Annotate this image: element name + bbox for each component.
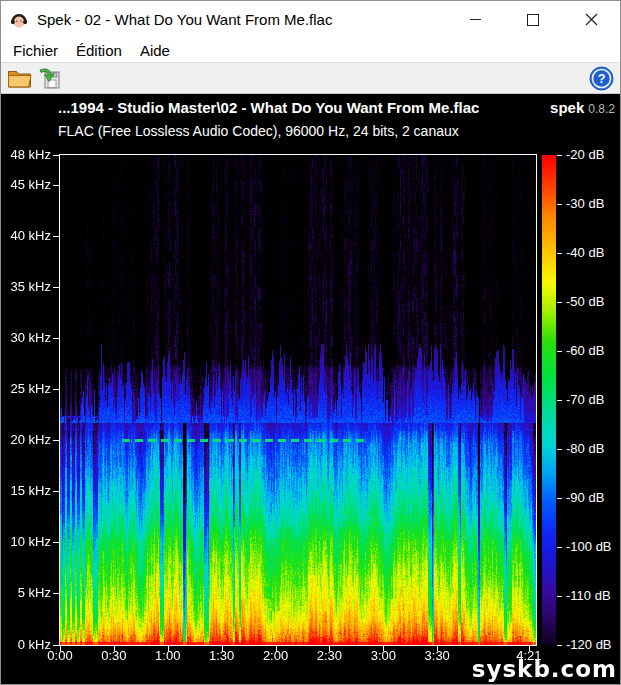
y-tick <box>53 389 59 390</box>
y-tick-label: 40 kHz <box>1 228 51 244</box>
y-tick-label: 20 kHz <box>1 432 51 448</box>
y-tick <box>53 338 59 339</box>
y-tick-label: 45 kHz <box>1 177 51 193</box>
save-icon <box>38 67 62 90</box>
legend-tick-label: -110 dB <box>566 588 611 604</box>
y-tick <box>53 440 59 441</box>
legend-tick-label: -80 dB <box>566 441 604 457</box>
legend-tick-label: -60 dB <box>566 343 604 359</box>
y-tick <box>53 491 59 492</box>
help-button[interactable]: ? <box>586 64 616 92</box>
x-tick-label: 3:00 <box>356 648 410 664</box>
x-tick-label: 1:30 <box>195 648 249 664</box>
spectrogram-canvas <box>60 155 536 645</box>
legend-tick <box>557 204 562 205</box>
caption-buttons <box>446 1 620 38</box>
y-tick-label: 35 kHz <box>1 279 51 295</box>
legend-tick-label: -90 dB <box>566 490 604 506</box>
open-folder-icon <box>7 67 33 89</box>
legend-tick <box>557 645 562 646</box>
maximize-icon <box>527 14 539 26</box>
spek-app-icon <box>10 11 28 29</box>
x-tick-label: 1:00 <box>141 648 195 664</box>
y-tick <box>53 645 59 646</box>
x-tick-label: 0:00 <box>33 648 87 664</box>
legend-tick-label: -20 dB <box>566 147 604 163</box>
menu-bar: Fichier Édition Aide <box>1 38 620 62</box>
spectrogram-plot <box>59 154 537 646</box>
legend-tick <box>557 253 562 254</box>
maximize-button[interactable] <box>504 1 562 38</box>
audio-info: FLAC (Free Lossless Audio Codec), 96000 … <box>58 123 459 139</box>
close-icon <box>585 13 598 26</box>
legend-tick <box>557 351 562 352</box>
y-tick-label: 15 kHz <box>1 483 51 499</box>
x-tick-label: 3:30 <box>410 648 464 664</box>
toolbar: ? <box>1 62 620 94</box>
close-button[interactable] <box>562 1 620 38</box>
spec-header: ...1994 - Studio Master\02 - What Do You… <box>58 99 615 117</box>
minimize-button[interactable] <box>446 1 504 38</box>
help-icon: ? <box>589 66 614 91</box>
x-tick-label: 2:00 <box>249 648 303 664</box>
y-tick-label: 48 kHz <box>1 147 51 163</box>
brand-wrap: spek0.8.2 <box>540 99 615 117</box>
y-tick-label: 10 kHz <box>1 534 51 550</box>
legend-tick-label: -40 dB <box>566 245 604 261</box>
y-tick <box>53 185 59 186</box>
legend-tick <box>557 155 562 156</box>
legend-tick <box>557 547 562 548</box>
legend-tick-label: -30 dB <box>566 196 604 212</box>
minimize-icon <box>470 19 481 20</box>
legend-tick <box>557 400 562 401</box>
legend-tick <box>557 596 562 597</box>
legend-tick-label: -120 dB <box>566 637 612 653</box>
y-tick <box>53 155 59 156</box>
file-title: ...1994 - Studio Master\02 - What Do You… <box>58 99 479 116</box>
y-tick <box>53 236 59 237</box>
watermark: syskb.com <box>472 656 617 682</box>
brand-version: 0.8.2 <box>588 102 615 116</box>
menu-fichier[interactable]: Fichier <box>4 40 67 61</box>
menu-edition[interactable]: Édition <box>67 40 131 61</box>
legend-gradient-bar <box>542 155 556 645</box>
y-tick-label: 30 kHz <box>1 330 51 346</box>
window-titlebar[interactable]: Spek - 02 - What Do You Want From Me.fla… <box>1 1 620 38</box>
y-tick-label: 5 kHz <box>1 585 51 601</box>
y-tick <box>53 542 59 543</box>
open-file-button[interactable] <box>5 64 35 92</box>
legend-tick <box>557 498 562 499</box>
legend-tick <box>557 302 562 303</box>
x-tick-label: 0:30 <box>87 648 141 664</box>
spek-window: Spek - 02 - What Do You Want From Me.fla… <box>0 0 621 685</box>
spectrogram-panel: ...1994 - Studio Master\02 - What Do You… <box>1 95 620 684</box>
y-tick <box>53 593 59 594</box>
window-title: Spek - 02 - What Do You Want From Me.fla… <box>37 11 332 28</box>
brand-name: spek <box>550 99 584 116</box>
legend-tick-label: -100 dB <box>566 539 612 555</box>
menu-aide[interactable]: Aide <box>131 40 179 61</box>
legend-tick-label: -50 dB <box>566 294 604 310</box>
y-tick-label: 25 kHz <box>1 381 51 397</box>
save-spectrogram-button[interactable] <box>35 64 65 92</box>
y-tick <box>53 287 59 288</box>
legend-tick <box>557 449 562 450</box>
legend-tick-label: -70 dB <box>566 392 604 408</box>
x-tick-label: 2:30 <box>302 648 356 664</box>
svg-text:?: ? <box>597 72 605 86</box>
